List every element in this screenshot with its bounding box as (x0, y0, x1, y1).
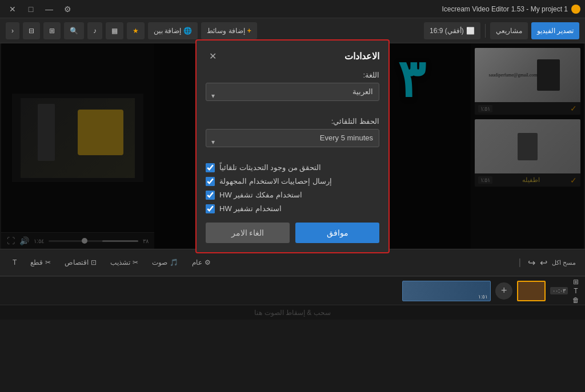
crop-button[interactable]: ⊡ اقتصاص (61, 256, 100, 269)
title-bar-left: Icecream Video Editor 1.53 - My project … (442, 5, 580, 14)
trim-icon: ✂ (133, 258, 138, 266)
timeline-add-button[interactable]: + (495, 282, 512, 300)
star-icon: ★ (133, 27, 139, 35)
trim-button[interactable]: ✂ تشذيب (107, 256, 142, 269)
text-timeline-icon[interactable]: T (574, 287, 578, 295)
autosave-label: الحفظ التلقائي: (206, 117, 379, 126)
projects-button[interactable]: مشاريعي (490, 22, 528, 39)
check1-label: التحقق من وجود التحديثات تلقائياً (219, 163, 321, 172)
check2-label: إرسال إحصاييات الاستخدام المجهولة (219, 177, 332, 185)
plus-icon: + (247, 27, 251, 35)
toolbar-left: + إضافة وسائط 🌐 إضافة بين ★ ▦ ♪ 🔍 ⊞ ⊟ ‹ (6, 22, 257, 39)
undo-area: مسح اكل ↩ ↪ | (516, 257, 576, 268)
toolbar-right: تصدير الفيديو مشاريعي ⬜ (أفقي) 16:9 (424, 22, 579, 39)
modal-overlay: الاعدادات ✕ اللغة: العربية English Franç… (0, 43, 585, 249)
audio-drop-text: سحب & إسقاط الصوت هنا (254, 309, 330, 317)
ok-button[interactable]: موافق (295, 223, 379, 243)
search-button[interactable]: 🔍 (64, 22, 84, 39)
grid3-button[interactable]: ⊟ (23, 22, 40, 39)
crop-icon: ⊡ (91, 258, 97, 266)
autosave-select[interactable]: Every 5 minutes Every 10 minutes Every 1… (206, 129, 379, 147)
checkbox-row-1: التحقق من وجود التحديثات تلقائياً (206, 163, 379, 172)
grid2-button[interactable]: ⊞ (43, 22, 61, 39)
search-icon: 🔍 (70, 27, 78, 35)
maximize-button[interactable]: □ (23, 3, 39, 15)
settings-button[interactable]: ⚙ (59, 3, 75, 15)
grid1-icon: ▦ (111, 27, 118, 35)
timeline-clip-time: ١:٥١ (478, 294, 488, 300)
dialog-close-button[interactable]: ✕ (206, 50, 220, 63)
audio-icon: 🎵 (170, 258, 178, 266)
cut-button[interactable]: ✂ قطع (27, 256, 54, 269)
music-icon: ♪ (93, 27, 97, 35)
dialog-header: الاعدادات ✕ (206, 50, 379, 63)
close-button[interactable]: ✕ (5, 3, 21, 15)
grid1-button[interactable]: ▦ (106, 22, 123, 39)
timeline-icons: ⊞ T 🗑 (572, 278, 579, 304)
edit-toolbar-right: ⚙ عام 🎵 صوت ✂ تشذيب ⊡ اقتصاص ✂ قطع T (9, 256, 214, 269)
check3-input[interactable] (206, 191, 215, 200)
music-button[interactable]: ♪ (87, 22, 102, 39)
text-button[interactable]: T (9, 256, 20, 269)
general-button[interactable]: ⚙ عام (189, 256, 214, 269)
ratio-icon: ⬜ (466, 27, 475, 35)
toolbar-separator (485, 24, 486, 38)
text-icon: T (13, 258, 17, 266)
audio-drop-zone[interactable]: سحب & إسقاط الصوت هنا (0, 305, 585, 320)
app-title: Icecream Video Editor 1.53 - My project … (442, 5, 568, 13)
general-icon: ⚙ (205, 258, 211, 266)
globe-icon: 🌐 (183, 27, 192, 35)
check3-label: استخدام مفكك تشفير HW (219, 191, 302, 199)
checkbox-row-4: استخدام تشفير HW (206, 204, 379, 213)
title-bar: Icecream Video Editor 1.53 - My project … (0, 0, 585, 18)
minimize-button[interactable]: — (41, 3, 57, 15)
cut-icon: ✂ (45, 258, 51, 266)
trash-icon[interactable]: 🗑 (572, 296, 579, 304)
autosave-select-wrapper: Every 5 minutes Every 10 minutes Every 1… (206, 129, 379, 155)
undo-label: مسح اكل (552, 259, 576, 266)
check4-label: استخدام تشفير HW (219, 204, 282, 213)
grid3-icon: ⊟ (29, 27, 34, 35)
star-button[interactable]: ★ (127, 22, 145, 39)
timeline-time1: ٠٠:٠٣ (550, 287, 568, 294)
cancel-button[interactable]: الغاء الامر (206, 223, 290, 243)
timeline: ⊞ T 🗑 ٠٠:٠٣ + ١:٥١ (0, 276, 585, 305)
audio-button[interactable]: 🎵 صوت (149, 256, 182, 269)
check4-input[interactable] (206, 204, 215, 213)
add-between-button[interactable]: 🌐 إضافة بين (148, 22, 198, 39)
check1-input[interactable] (206, 163, 215, 172)
main-area: saudiperfume@gmail.com ✓ ١:٥١ ✓ اطفيله ١… (0, 43, 585, 249)
window-controls: ⚙ — □ ✕ (5, 3, 75, 15)
language-label: اللغة: (206, 71, 379, 79)
checkbox-row-3: استخدام مفكك تشفير HW (206, 191, 379, 200)
dialog-buttons: موافق الغاء الامر (206, 223, 379, 243)
grid2-icon: ⊞ (49, 27, 55, 35)
settings-dialog: الاعدادات ✕ اللغة: العربية English Franç… (195, 39, 390, 253)
timeline-clip-yellow[interactable] (517, 281, 546, 301)
language-select-wrapper: العربية English Français Deutsch (206, 83, 379, 109)
checkbox-row-2: إرسال إحصاييات الاستخدام المجهولة (206, 177, 379, 186)
grid-icon[interactable]: ⊞ (573, 278, 579, 286)
dialog-title: الاعدادات (344, 51, 379, 62)
undo-button[interactable]: ↩ (540, 257, 547, 268)
redo-button[interactable]: ↪ (528, 257, 535, 268)
back-button[interactable]: ‹ (6, 22, 19, 39)
edit-toolbar-left: مسح اكل ↩ ↪ | (516, 257, 576, 268)
ratio-button[interactable]: ⬜ (أفقي) 16:9 (424, 22, 480, 39)
timeline-clip-blue[interactable]: ١:٥١ (402, 281, 491, 301)
language-select[interactable]: العربية English Français Deutsch (206, 83, 379, 101)
check2-input[interactable] (206, 177, 215, 186)
export-button[interactable]: تصدير الفيديو (531, 22, 579, 39)
add-media-button[interactable]: + إضافة وسائط (201, 22, 257, 39)
app-icon (571, 5, 580, 14)
